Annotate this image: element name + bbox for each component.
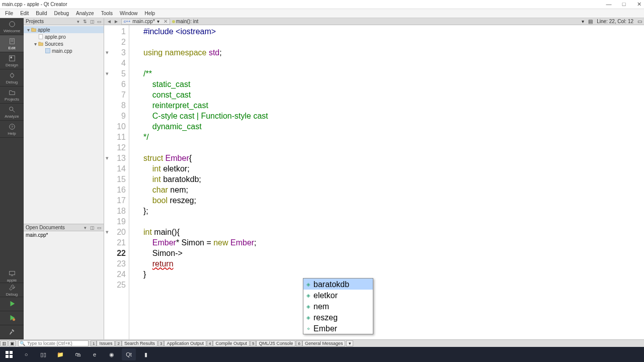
opendocs-menu-icon[interactable]: ▾	[83, 225, 88, 230]
monitor-icon	[8, 269, 16, 278]
minimize-button[interactable]: —	[606, 1, 612, 8]
opendoc-item[interactable]: main.cpp*	[26, 232, 102, 238]
mode-debug[interactable]: Debug	[0, 69, 24, 86]
split-editor-icon[interactable]: ▤	[588, 19, 593, 24]
cpp-file-icon: c++	[124, 19, 130, 24]
build-config[interactable]: Debug	[0, 283, 24, 297]
menu-help[interactable]: Help	[142, 11, 158, 16]
nav-fwd-icon[interactable]: ►	[113, 19, 119, 24]
mode-projects[interactable]: Projects	[0, 86, 24, 104]
qtcreator-icon[interactable]: Qt	[122, 348, 136, 360]
code-editor[interactable]: 123▾45▾678910111213▾14151617181920▾21222…	[104, 25, 644, 339]
build-config-label: Debug	[6, 292, 18, 297]
file-selector[interactable]: c++ main.cpp* ▾ ✕	[121, 19, 170, 25]
close-file-icon[interactable]: ✕	[164, 19, 168, 24]
autocomplete-item[interactable]: ◈eletkor	[303, 290, 373, 301]
menu-debug[interactable]: Debug	[51, 11, 72, 16]
cpp-icon	[45, 48, 51, 54]
explorer-icon[interactable]: 📁	[53, 348, 67, 360]
nav-back-icon[interactable]: ◄	[106, 19, 112, 24]
autocomplete-item[interactable]: ⋄Ember	[303, 323, 373, 334]
locator-input[interactable]	[26, 341, 88, 346]
project-selector[interactable]: apple	[0, 269, 24, 283]
opendocs-header: Open Documents ▾ ◫ ▭	[24, 224, 104, 231]
code-content[interactable]: #include <iostream>using namespace std;/…	[129, 25, 644, 339]
opendocs-split-icon[interactable]: ◫	[90, 225, 95, 230]
help-icon: ?	[8, 123, 16, 131]
warning-dot-icon	[172, 20, 175, 23]
autocomplete-popup: ◈baratokdb◈eletkor◈nem◈reszeg⋄Ember	[303, 278, 373, 334]
debug-run-button[interactable]	[0, 311, 24, 325]
terminal-icon[interactable]: ▮	[139, 348, 153, 360]
edit-icon	[8, 37, 16, 45]
taskview-icon[interactable]: ▯▯	[36, 348, 50, 360]
window-controls: — □ ✕	[606, 1, 642, 8]
output-tab-num: 5	[250, 340, 256, 346]
analyze-icon	[8, 106, 16, 114]
run-button[interactable]	[0, 297, 24, 311]
opendocs-close-icon[interactable]: ▭	[97, 225, 102, 230]
svg-point-9	[9, 107, 13, 110]
search-icon: 🔍	[19, 341, 26, 346]
locator[interactable]: 🔍	[18, 340, 89, 346]
output-tab-issues[interactable]: Issues	[97, 340, 115, 346]
status-bar: ▥ ▣ 🔍 1Issues2Search Results3Application…	[0, 339, 644, 347]
menu-window[interactable]: Window	[117, 11, 141, 16]
close-editor-icon[interactable]: ▭	[637, 19, 642, 24]
design-icon	[8, 54, 16, 62]
edge-icon[interactable]: e	[88, 348, 102, 360]
menu-edit[interactable]: Edit	[17, 11, 32, 16]
sync-icon[interactable]: ⇅	[83, 19, 88, 24]
chevron-down-icon[interactable]: ▾	[582, 19, 584, 24]
svg-rect-17	[46, 49, 50, 53]
output-tab-general-messages[interactable]: General Messages	[302, 340, 346, 346]
output-tab-search-results[interactable]: Search Results	[122, 340, 157, 346]
svg-rect-13	[9, 271, 15, 275]
autocomplete-item[interactable]: ◈nem	[303, 301, 373, 312]
mode-welcome[interactable]: Welcome	[0, 18, 24, 35]
mode-design[interactable]: Design	[0, 52, 24, 69]
close-pane-icon[interactable]: ▭	[97, 19, 102, 24]
chrome-icon[interactable]: ◉	[105, 348, 119, 360]
mode-analyze[interactable]: Analyze	[0, 104, 24, 121]
mode-edit[interactable]: Edit	[0, 35, 24, 52]
file-selector-chevron-icon: ▾	[157, 19, 159, 24]
autocomplete-item[interactable]: ◈baratokdb	[303, 279, 373, 290]
projects-icon	[8, 88, 16, 97]
tree-item[interactable]: apple.pro	[24, 33, 104, 40]
cursor-position: Line: 22, Col: 12	[597, 19, 633, 24]
svg-rect-18	[6, 351, 9, 354]
output-tab-application-output[interactable]: Application Output	[164, 340, 206, 346]
member-icon: ◈	[305, 303, 311, 309]
symbol-selector[interactable]: main(): int	[172, 19, 198, 24]
symbol-label: main(): int	[176, 19, 198, 24]
projects-pane-title: Projects	[26, 19, 44, 24]
taskbar: ○ ▯▯ 📁 🛍 e ◉ Qt ▮	[0, 347, 644, 362]
debug-icon	[8, 71, 16, 79]
toggle-sidebar-button[interactable]: ▥	[1, 340, 8, 346]
output-tab-qml-js-console[interactable]: QML/JS Console	[256, 340, 295, 346]
output-tab-compile-output[interactable]: Compile Output	[213, 340, 250, 346]
cortana-icon[interactable]: ○	[19, 348, 33, 360]
menu-tools[interactable]: Tools	[98, 11, 116, 16]
toggle-output-button[interactable]: ▣	[9, 340, 16, 346]
build-button[interactable]	[0, 325, 24, 339]
tree-item[interactable]: main.cpp	[24, 47, 104, 54]
output-menu-button[interactable]: ▾	[346, 340, 353, 346]
mode-help[interactable]: ?Help	[0, 121, 24, 138]
maximize-button[interactable]: □	[621, 1, 627, 8]
tree-item[interactable]: ▾Sources	[24, 40, 104, 47]
start-button[interactable]	[2, 348, 16, 360]
menu-analyze[interactable]: Analyze	[73, 11, 97, 16]
filter-icon[interactable]: ▾	[75, 19, 80, 24]
menu-file[interactable]: File	[2, 11, 16, 16]
store-icon[interactable]: 🛍	[70, 348, 85, 360]
member-icon: ◈	[305, 281, 311, 287]
autocomplete-item[interactable]: ◈reszeg	[303, 312, 373, 323]
split-icon[interactable]: ◫	[90, 19, 95, 24]
svg-rect-21	[10, 355, 13, 358]
tree-item[interactable]: ▾apple	[24, 26, 104, 33]
menu-build[interactable]: Build	[33, 11, 50, 16]
close-button[interactable]: ✕	[636, 1, 642, 8]
gutter: 123▾45▾678910111213▾14151617181920▾21222…	[104, 25, 129, 339]
